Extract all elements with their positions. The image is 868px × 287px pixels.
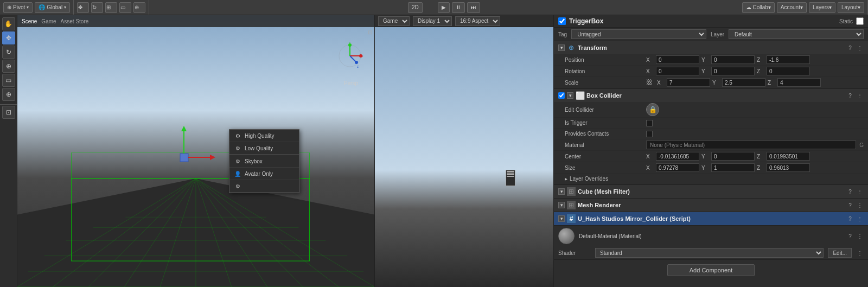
scale-z-input[interactable]: [777, 78, 821, 87]
mesh-renderer-settings-icon[interactable]: ⋮: [856, 201, 864, 209]
layer-overrides-label[interactable]: Layer Overrides: [570, 176, 651, 182]
collab-button[interactable]: ☁ Collab▾: [742, 2, 775, 13]
all-transform-button[interactable]: ⊕: [2, 88, 15, 101]
box-collider-question-icon[interactable]: ?: [846, 92, 854, 99]
game-viewport: [375, 27, 553, 287]
tab-scene[interactable]: Scene: [22, 18, 37, 24]
rotation-y-label: Y: [701, 68, 709, 74]
script-settings-icon[interactable]: ⋮: [856, 215, 864, 222]
aspect-select[interactable]: 16:9 Aspect: [455, 16, 500, 26]
transform-actions: ? ⋮: [846, 44, 864, 52]
center-x-input[interactable]: [656, 152, 699, 161]
rotation-z-input[interactable]: [767, 67, 810, 75]
material-name-label: Default-Material (Material): [579, 233, 842, 239]
maximize-icon[interactable]: ⊡: [368, 29, 372, 35]
layer-overrides-expand-icon[interactable]: ▸: [565, 176, 567, 182]
add-component-button[interactable]: Add Component: [667, 264, 755, 276]
cube-mesh-filter-question-icon[interactable]: ?: [846, 188, 854, 195]
context-menu-item-avatar-only[interactable]: 👤 Avatar Only: [229, 168, 299, 180]
context-menu: ⚙ High Quality ⚙ Low Quality ⚙ Skybox 👤 …: [229, 129, 299, 193]
context-menu-item-low-quality[interactable]: ⚙ Low Quality: [229, 142, 299, 155]
material-none-field[interactable]: None (Physic Material): [646, 141, 856, 149]
game-select[interactable]: Game: [378, 16, 410, 26]
rotation-x-input[interactable]: [656, 67, 699, 75]
global-chevron-icon: ▾: [64, 5, 66, 10]
context-menu-item-extra[interactable]: ⚙: [229, 180, 299, 193]
cube-mesh-filter-settings-icon[interactable]: ⋮: [856, 188, 864, 195]
position-y-input[interactable]: [711, 55, 755, 64]
transform-settings-icon[interactable]: ⋮: [856, 44, 864, 52]
account-button[interactable]: Account▾: [777, 2, 807, 13]
box-collider-enabled-checkbox[interactable]: [558, 92, 565, 99]
transform-component-header[interactable]: ▾ ⊕ Transform ? ⋮: [554, 41, 868, 54]
center-z-input[interactable]: [767, 152, 810, 161]
box-collider-settings-icon[interactable]: ⋮: [856, 92, 864, 99]
script-component-header[interactable]: ▾ # U_Hash Studios Mirror_Collider (Scri…: [554, 212, 868, 225]
is-trigger-checkbox[interactable]: [646, 120, 653, 126]
edit-collider-row: Edit Collider 🔒: [554, 102, 868, 118]
rect-tool-button[interactable]: ▭: [119, 2, 131, 13]
scale-tool-button[interactable]: ⊞: [105, 2, 117, 13]
rotate-tool-button[interactable]: ↻: [91, 2, 103, 13]
shader-settings-icon[interactable]: ⋮: [856, 249, 864, 257]
2d-button[interactable]: 2D: [408, 2, 423, 13]
cube-mesh-filter-header[interactable]: ▾ ⊞ Cube (Mesh Filter) ? ⋮: [554, 185, 868, 198]
pivot-button[interactable]: ⊕ Pivot ▾: [3, 2, 33, 13]
tab-game[interactable]: Game: [41, 18, 56, 24]
move-tool-sidebar-button[interactable]: ✥: [2, 31, 15, 44]
global-button[interactable]: 🌐 Global ▾: [35, 2, 70, 13]
layer-select[interactable]: Default: [729, 29, 864, 39]
display-select[interactable]: Display 1: [413, 16, 452, 26]
position-x-input[interactable]: [656, 55, 699, 64]
hand-tool-button[interactable]: ✋: [2, 17, 15, 30]
scale-y-label: Y: [712, 80, 720, 86]
zoom-tool-button[interactable]: ⊕: [2, 60, 15, 73]
play-button[interactable]: ▶: [438, 2, 450, 13]
scene-gizmo[interactable]: Y X Z: [336, 42, 363, 69]
static-checkbox[interactable]: [856, 17, 864, 25]
position-z-input[interactable]: [767, 55, 810, 64]
rect-tool-sidebar-button[interactable]: ▭: [2, 74, 15, 87]
size-row: Size X Y Z: [554, 162, 868, 174]
scale-y-input[interactable]: [722, 78, 765, 87]
object-active-checkbox[interactable]: [558, 17, 566, 25]
center-y-label: Y: [701, 154, 709, 160]
center-y-input[interactable]: [711, 152, 755, 161]
mesh-renderer-question-icon[interactable]: ?: [846, 201, 854, 209]
size-x-input[interactable]: [656, 163, 699, 172]
box-collider-header[interactable]: ▾ ⬜ Box Collider ? ⋮: [554, 89, 868, 102]
scale-x-input[interactable]: [667, 78, 710, 87]
layers-button[interactable]: Layers▾: [809, 2, 835, 13]
context-menu-item-skybox[interactable]: ⚙ Skybox: [229, 155, 299, 168]
script-icon: #: [567, 214, 576, 223]
default-material-section: Default-Material (Material) ? ⋮ Shader S…: [554, 226, 868, 260]
script-question-icon[interactable]: ?: [846, 215, 854, 222]
step-button[interactable]: ⏭: [467, 2, 480, 13]
rotation-y-input[interactable]: [711, 67, 755, 75]
provides-contacts-checkbox[interactable]: [646, 131, 653, 137]
shader-select[interactable]: Standard: [595, 248, 824, 258]
rotation-x-label: X: [646, 68, 654, 74]
size-z-input[interactable]: [767, 163, 810, 172]
tag-select[interactable]: Untagged: [571, 29, 706, 39]
size-y-input[interactable]: [711, 163, 755, 172]
scene-viewport: Scene Game Asset Store: [17, 15, 374, 287]
script-actions: ? ⋮: [846, 215, 864, 222]
material-question-icon[interactable]: ?: [846, 232, 854, 240]
orbit-tool-button[interactable]: ↻: [2, 46, 15, 59]
provides-contacts-label: Provides Contacts: [565, 131, 646, 137]
shader-edit-button[interactable]: Edit...: [828, 248, 852, 258]
gizmo-svg: Y X Z: [336, 42, 363, 69]
edit-collider-lock-icon[interactable]: 🔒: [646, 103, 659, 116]
all-tool-button[interactable]: ⊕: [133, 2, 145, 13]
material-settings-icon[interactable]: ⋮: [856, 232, 864, 240]
transform-question-icon[interactable]: ?: [846, 44, 854, 52]
mesh-renderer-header[interactable]: ▾ ⊞ Mesh Renderer ? ⋮: [554, 199, 868, 212]
move-tool-button[interactable]: ✥: [77, 2, 89, 13]
context-menu-item-high-quality[interactable]: ⚙ High Quality: [229, 130, 299, 142]
pause-button[interactable]: ⏸: [452, 2, 465, 13]
layout-button[interactable]: Layout▾: [838, 2, 864, 13]
extra-tool-button[interactable]: ⊡: [2, 106, 15, 119]
rotation-fields: X Y Z: [646, 67, 864, 75]
tab-asset-store[interactable]: Asset Store: [61, 18, 89, 24]
